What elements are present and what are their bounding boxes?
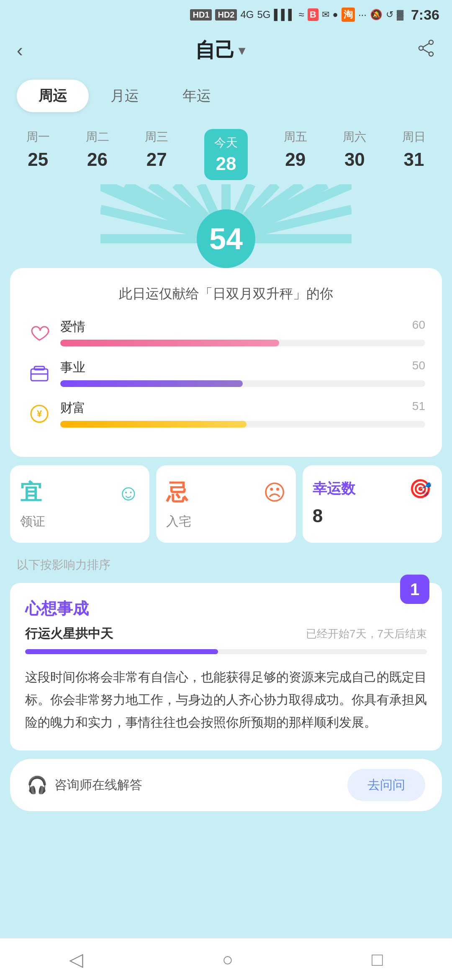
wealth-icon: ¥ (27, 401, 52, 426)
stat-career: 事业 50 (27, 359, 425, 387)
tab-monthly[interactable]: 月运 (89, 80, 161, 112)
nav-home-button[interactable]: ○ (197, 945, 258, 974)
tab-yearly[interactable]: 年运 (161, 80, 233, 112)
hd2-icon: HD2 (215, 9, 237, 21)
qq-icon: ● (333, 9, 338, 20)
back-button[interactable]: ‹ (17, 40, 23, 61)
stat-love: 爱情 60 (27, 318, 425, 346)
influence-card: 1 心想事成 行运火星拱中天 已经开始7天，7天后结束 这段时间你将会非常有自信… (10, 583, 442, 750)
day-sunday[interactable]: 周日 31 (402, 129, 426, 180)
svg-point-1 (429, 52, 433, 56)
ji-desc: 入宅 (166, 513, 191, 530)
ji-char: 忌 (166, 478, 188, 507)
wealth-progress-fill (60, 421, 247, 428)
career-icon (27, 361, 52, 386)
day-wednesday-num: 27 (146, 149, 167, 170)
love-label: 爱情 (60, 318, 85, 335)
boss-icon: B (308, 8, 318, 21)
consultant-icon: 🎧 (27, 775, 48, 795)
ji-emoji: ☹ (263, 480, 286, 505)
4g-icon: 4G (240, 9, 254, 21)
day-today-num: 28 (216, 153, 236, 174)
lucky-icon: 🎯 (409, 478, 432, 500)
svg-line-4 (423, 49, 429, 53)
career-label: 事业 (60, 359, 85, 376)
signal-icon: ▌▌▌ (274, 9, 295, 21)
share-button[interactable] (417, 39, 435, 62)
top-nav: ‹ 自己 ▾ (0, 29, 452, 71)
career-progress-track (60, 380, 425, 387)
bottom-nav: ◁ ○ □ (0, 938, 452, 980)
score-subtitle: 此日运仅献给「日双月双升秤」的你 (27, 285, 425, 303)
nav-title: 自己 ▾ (195, 37, 245, 64)
rotate-icon: ↺ (386, 9, 393, 20)
yi-card: 宜 ☺ 领证 (10, 465, 149, 543)
day-saturday[interactable]: 周六 30 (343, 129, 366, 180)
influence-badge: 1 (400, 575, 429, 604)
consultant-ask-button[interactable]: 去问问 (347, 769, 425, 801)
influence-label: 以下按影响力排序 (0, 551, 452, 579)
day-tuesday[interactable]: 周二 26 (86, 129, 109, 180)
mail-icon: ✉ (322, 9, 329, 20)
yi-desc: 领证 (20, 513, 45, 530)
day-today[interactable]: 今天 28 (204, 129, 248, 180)
career-progress-fill (60, 380, 243, 387)
influence-duration: 已经开始7天，7天后结束 (306, 627, 427, 641)
bell-icon: 🔕 (370, 9, 383, 21)
career-score: 50 (412, 359, 425, 376)
love-progress-fill (60, 340, 279, 346)
yi-char: 宜 (20, 478, 42, 507)
consultant-footer: 🎧 咨询师在线解答 去问问 (10, 759, 442, 811)
influence-title: 心想事成 (25, 598, 427, 619)
love-score: 60 (412, 318, 425, 335)
score-circle: 54 (197, 209, 255, 268)
influence-progress-fill (25, 649, 218, 654)
day-monday-num: 25 (28, 149, 48, 170)
svg-point-0 (429, 40, 433, 44)
influence-subtitle: 行运火星拱中天 (25, 625, 113, 642)
auspicious-section: 宜 ☺ 领证 忌 ☹ 入宅 幸运数 🎯 8 (10, 465, 442, 543)
hd1-icon: HD1 (190, 9, 212, 21)
day-wednesday[interactable]: 周三 27 (145, 129, 168, 180)
taobao-icon: 淘 (342, 8, 355, 22)
status-time: 7:36 (411, 7, 439, 23)
influence-progress-track (25, 649, 427, 654)
day-sunday-label: 周日 (402, 129, 426, 145)
lucky-card: 幸运数 🎯 8 (303, 465, 442, 543)
svg-line-3 (423, 44, 429, 47)
nav-recent-button[interactable]: □ (347, 945, 408, 974)
day-monday[interactable]: 周一 25 (26, 129, 50, 180)
day-tuesday-label: 周二 (86, 129, 109, 145)
influence-body: 这段时间你将会非常有自信心，也能获得足够的资源来完成自己的既定目标。你会非常努力… (25, 666, 427, 734)
day-friday-num: 29 (285, 149, 306, 170)
love-progress-track (60, 340, 425, 346)
tab-weekly[interactable]: 周运 (17, 80, 89, 112)
love-icon (27, 320, 52, 345)
main-card: 此日运仅献给「日双月双升秤」的你 爱情 60 (10, 268, 442, 457)
day-sunday-num: 31 (404, 149, 424, 170)
day-friday-label: 周五 (284, 129, 307, 145)
status-bar: HD1 HD2 4G 5G ▌▌▌ ≈ B ✉ ● 淘 ··· 🔕 ↺ ▓ 7:… (0, 0, 452, 29)
wifi-icon: ≈ (299, 9, 304, 21)
ji-card: 忌 ☹ 入宅 (156, 465, 295, 543)
nav-title-dropdown[interactable]: ▾ (239, 43, 245, 58)
day-saturday-label: 周六 (343, 129, 366, 145)
wealth-label: 财富 (60, 400, 85, 417)
nav-back-button[interactable]: ◁ (44, 944, 108, 974)
consultant-label: 咨询师在线解答 (54, 776, 142, 794)
more-icons: ··· (358, 9, 367, 21)
svg-rect-21 (34, 366, 44, 370)
day-tuesday-num: 26 (87, 149, 108, 170)
day-today-label: 今天 (214, 135, 238, 151)
nav-title-text: 自己 (195, 37, 235, 64)
wealth-progress-track (60, 421, 425, 428)
tab-bar: 周运 月运 年运 (0, 71, 452, 116)
lucky-value: 8 (313, 505, 323, 526)
day-monday-label: 周一 (26, 129, 50, 145)
yi-emoji: ☺ (117, 480, 139, 505)
5g-icon: 5G (257, 9, 270, 21)
consultant-left: 🎧 咨询师在线解答 (27, 775, 142, 795)
svg-text:¥: ¥ (37, 408, 42, 419)
day-wednesday-label: 周三 (145, 129, 168, 145)
day-friday[interactable]: 周五 29 (284, 129, 307, 180)
